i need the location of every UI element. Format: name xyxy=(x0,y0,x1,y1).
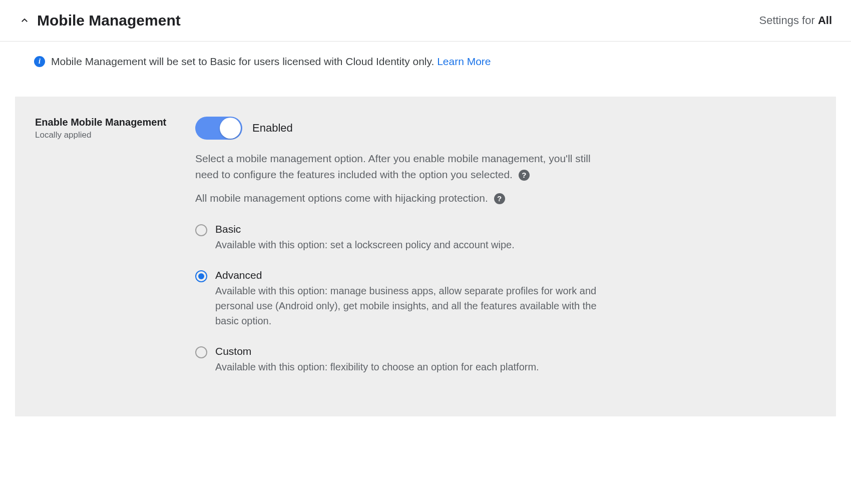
toggle-state-label: Enabled xyxy=(252,122,293,135)
settings-scope-prefix: Settings for xyxy=(759,14,817,27)
radio-button[interactable] xyxy=(195,346,207,358)
section-header: Mobile Management Settings for All xyxy=(0,0,851,42)
radio-description: Available with this option: manage busin… xyxy=(215,283,611,328)
chevron-up-icon[interactable] xyxy=(19,15,30,26)
radio-option-advanced[interactable]: Advanced Available with this option: man… xyxy=(195,269,611,328)
help-icon[interactable]: ? xyxy=(519,170,530,181)
page-title: Mobile Management xyxy=(37,12,181,29)
radio-description: Available with this option: flexibility … xyxy=(215,359,611,374)
help-icon[interactable]: ? xyxy=(494,193,505,204)
radio-title: Advanced xyxy=(215,269,611,281)
radio-title: Custom xyxy=(215,345,611,357)
radio-description: Available with this option: set a locksc… xyxy=(215,237,611,252)
setting-description-2: All mobile management options come with … xyxy=(195,192,488,204)
radio-button[interactable] xyxy=(195,224,207,236)
learn-more-link[interactable]: Learn More xyxy=(437,56,491,67)
enable-toggle[interactable] xyxy=(195,117,242,140)
settings-scope-value: All xyxy=(818,14,832,27)
radio-title: Basic xyxy=(215,223,611,235)
management-options-group: Basic Available with this option: set a … xyxy=(195,223,611,374)
settings-panel: Enable Mobile Management Locally applied… xyxy=(15,97,836,416)
radio-button[interactable] xyxy=(195,270,207,282)
info-banner: i Mobile Management will be set to Basic… xyxy=(0,42,851,82)
setting-name: Enable Mobile Management xyxy=(35,117,180,128)
setting-description-1: Select a mobile management option. After… xyxy=(195,153,591,180)
setting-applied-label: Locally applied xyxy=(35,130,180,140)
info-banner-text: Mobile Management will be set to Basic f… xyxy=(51,56,437,67)
info-icon: i xyxy=(34,56,45,67)
radio-option-custom[interactable]: Custom Available with this option: flexi… xyxy=(195,345,611,374)
settings-scope: Settings for All xyxy=(759,14,832,27)
radio-option-basic[interactable]: Basic Available with this option: set a … xyxy=(195,223,611,252)
